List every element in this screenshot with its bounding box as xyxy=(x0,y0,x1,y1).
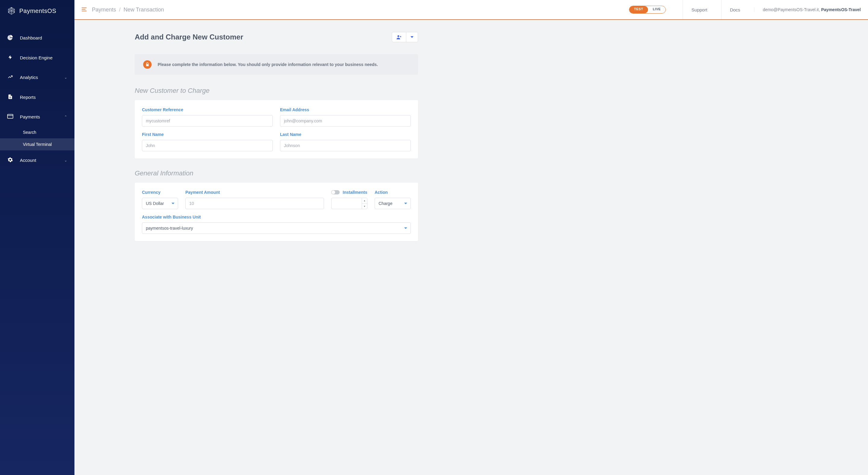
first-name-input[interactable] xyxy=(142,140,273,151)
nav-dashboard[interactable]: Dashboard xyxy=(0,28,74,48)
breadcrumb-parent[interactable]: Payments xyxy=(92,7,116,13)
nav: Dashboard Decision Engine Analytics ⌄ R xyxy=(0,22,74,170)
user-info[interactable]: demo@PaymentsOS-Travel.it, PaymentsOS-Tr… xyxy=(754,7,861,12)
pie-chart-icon xyxy=(7,34,13,41)
logo[interactable]: PaymentsOS xyxy=(0,0,74,22)
user-plus-icon xyxy=(396,35,402,39)
env-live[interactable]: LIVE xyxy=(648,6,665,13)
nav-decision-engine[interactable]: Decision Engine xyxy=(0,48,74,67)
first-name-label: First Name xyxy=(142,132,273,137)
app-name: PaymentsOS xyxy=(19,7,56,14)
breadcrumb-current: New Transaction xyxy=(124,7,164,13)
nav-analytics[interactable]: Analytics ⌄ xyxy=(0,67,74,87)
credit-card-icon xyxy=(7,114,13,120)
topnav-support[interactable]: Support xyxy=(683,0,716,19)
svg-rect-8 xyxy=(7,114,13,118)
info-banner: Please complete the information below. Y… xyxy=(135,54,418,75)
chevron-down-icon: ⌄ xyxy=(64,75,67,80)
page-title: Add and Charge New Customer xyxy=(135,33,243,41)
customer-reference-label: Customer Reference xyxy=(142,107,273,112)
last-name-label: Last Name xyxy=(280,132,411,137)
add-customer-button[interactable] xyxy=(392,32,406,42)
environment-toggle[interactable]: TEST LIVE xyxy=(629,6,666,13)
chart-line-icon xyxy=(7,74,13,81)
document-icon xyxy=(7,94,13,101)
logo-icon xyxy=(7,7,16,15)
payment-amount-label: Payment Amount xyxy=(185,190,324,195)
customer-card: Customer Reference Email Address First N… xyxy=(135,100,418,159)
section-customer-title: New Customer to Charge xyxy=(135,87,418,95)
customer-reference-input[interactable] xyxy=(142,115,273,127)
action-select[interactable] xyxy=(375,198,411,209)
installments-up-button[interactable]: ▲ xyxy=(362,198,367,204)
svg-rect-16 xyxy=(146,64,149,66)
info-banner-text: Please complete the information below. Y… xyxy=(158,62,378,67)
currency-label: Currency xyxy=(142,190,178,195)
installments-label: Installments xyxy=(343,190,367,195)
chevron-up-icon: ⌃ xyxy=(64,115,67,119)
installments-toggle[interactable] xyxy=(331,190,340,194)
svg-point-13 xyxy=(398,35,399,37)
nav-payments-search[interactable]: Search xyxy=(0,126,74,138)
chevron-down-icon: ⌄ xyxy=(64,158,67,162)
customer-action-button-group xyxy=(392,32,418,42)
nav-payments[interactable]: Payments ⌃ xyxy=(0,107,74,126)
business-unit-label: Associate with Business Unit xyxy=(142,215,411,219)
nav-reports[interactable]: Reports xyxy=(0,87,74,107)
nav-account[interactable]: Account ⌄ xyxy=(0,150,74,170)
bolt-icon xyxy=(7,55,13,61)
user-email: demo@PaymentsOS-Travel.it xyxy=(763,7,819,12)
business-unit-select[interactable] xyxy=(142,222,411,234)
installments-down-button[interactable]: ▼ xyxy=(362,204,367,209)
hamburger-icon[interactable] xyxy=(82,7,87,12)
email-label: Email Address xyxy=(280,107,411,112)
env-test[interactable]: TEST xyxy=(629,6,648,13)
user-org: PaymentsOS-Travel xyxy=(821,7,861,12)
section-general-title: General Information xyxy=(135,169,418,177)
breadcrumb: Payments / New Transaction xyxy=(92,7,164,13)
general-card: Currency Payment Amount xyxy=(135,183,418,241)
caret-down-icon xyxy=(410,36,413,38)
lock-icon xyxy=(143,60,152,69)
currency-select[interactable] xyxy=(142,198,178,209)
gear-icon xyxy=(7,157,13,163)
topbar: Payments / New Transaction TEST LIVE Sup… xyxy=(74,0,868,20)
action-label: Action xyxy=(375,190,411,195)
payment-amount-input[interactable] xyxy=(185,198,324,209)
nav-payments-virtual-terminal[interactable]: Virtual Terminal xyxy=(0,138,74,150)
last-name-input[interactable] xyxy=(280,140,411,151)
sidebar: PaymentsOS Dashboard Decision Engine Ana… xyxy=(0,0,74,475)
topnav-docs[interactable]: Docs xyxy=(721,0,749,19)
email-input[interactable] xyxy=(280,115,411,127)
customer-dropdown-button[interactable] xyxy=(406,32,418,42)
